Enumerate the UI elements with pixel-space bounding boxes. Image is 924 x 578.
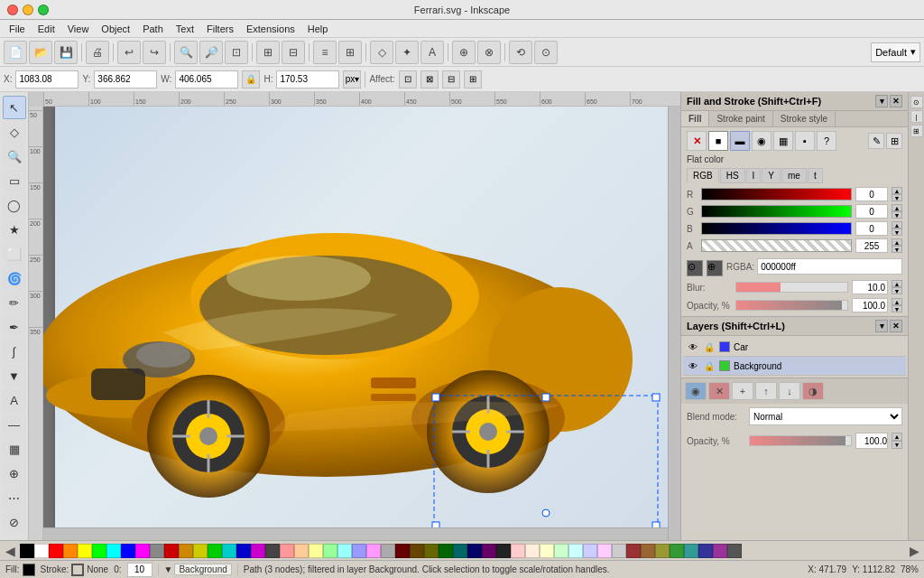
b-slider[interactable] — [701, 222, 852, 235]
undo-button[interactable]: ↩ — [117, 41, 141, 64]
edit-gradient-button[interactable]: ✎ — [868, 133, 884, 149]
palette-color-27[interactable] — [410, 544, 424, 558]
tweak-button[interactable]: ✦ — [395, 41, 419, 64]
palette-color-33[interactable] — [496, 544, 511, 558]
flat-color-button[interactable]: ■ — [708, 131, 728, 151]
layer-color-button[interactable]: ◉ — [685, 382, 707, 400]
eyedropper-button[interactable]: ⊕ — [707, 260, 723, 276]
snap-button[interactable]: ⊙ — [534, 41, 558, 64]
open-button[interactable]: 📂 — [29, 41, 52, 64]
palette-color-29[interactable] — [439, 544, 453, 558]
palette-color-1[interactable] — [34, 544, 49, 558]
opacity-input[interactable] — [852, 298, 888, 312]
r-down[interactable]: ▼ — [892, 194, 902, 201]
opacity-up[interactable]: ▲ — [892, 298, 902, 305]
palette-color-42[interactable] — [626, 544, 641, 558]
line-width-input[interactable] — [127, 563, 152, 577]
layer-opacity-input[interactable] — [855, 433, 888, 449]
node-tool[interactable]: ◇ — [3, 120, 26, 144]
palette-color-21[interactable] — [323, 544, 337, 558]
node-button[interactable]: ◇ — [370, 41, 393, 64]
palette-color-8[interactable] — [135, 544, 150, 558]
menu-object[interactable]: Object — [96, 22, 135, 36]
horizontal-scrollbar[interactable] — [43, 527, 668, 540]
blend-select[interactable]: Normal Multiply Screen Overlay — [749, 407, 902, 425]
tab-fill[interactable]: Fill — [681, 111, 709, 126]
hs-tab[interactable]: HS — [720, 168, 745, 183]
palette-color-30[interactable] — [453, 544, 467, 558]
palette-color-10[interactable] — [164, 544, 179, 558]
w-input[interactable] — [175, 70, 238, 89]
r-input[interactable] — [855, 187, 888, 201]
redo-button[interactable]: ↪ — [143, 41, 166, 64]
spray-tool[interactable]: ⋯ — [3, 486, 26, 509]
layer-lock-bg[interactable]: 🔒 — [703, 359, 716, 372]
rgba-input[interactable] — [757, 258, 902, 275]
me-tab[interactable]: me — [781, 168, 807, 183]
stroke-swatch[interactable] — [71, 564, 84, 576]
zoom-out-button[interactable]: 🔎 — [199, 41, 223, 64]
a-slider[interactable] — [701, 239, 852, 252]
layer-up-button[interactable]: ↑ — [755, 382, 777, 400]
palette-color-18[interactable] — [280, 544, 294, 558]
r-up[interactable]: ▲ — [892, 187, 902, 194]
rect-tool[interactable]: ▭ — [3, 169, 26, 192]
x-input[interactable] — [15, 70, 79, 89]
panel-close-icon[interactable]: ✕ — [890, 95, 902, 107]
palette-color-17[interactable] — [265, 544, 280, 558]
affect-btn4[interactable]: ⊞ — [464, 70, 482, 89]
palette-color-38[interactable] — [568, 544, 583, 558]
layer-add-button[interactable]: + — [732, 382, 753, 400]
units-button[interactable]: px▾ — [343, 70, 361, 89]
color-wheel-button[interactable]: ⊙ — [687, 260, 703, 276]
transform-button[interactable]: ⟲ — [509, 41, 532, 64]
zoom-tool[interactable]: 🔍 — [3, 144, 26, 168]
palette-color-31[interactable] — [467, 544, 482, 558]
group-button[interactable]: ⊞ — [256, 41, 280, 64]
vertical-scrollbar[interactable] — [668, 107, 680, 540]
palette-color-23[interactable] — [352, 544, 366, 558]
linear-gradient-button[interactable]: ▬ — [730, 131, 750, 151]
palette-color-12[interactable] — [193, 544, 208, 558]
snap-strip-btn[interactable]: ⊙ — [910, 96, 923, 108]
palette-color-24[interactable] — [366, 544, 381, 558]
palette-color-47[interactable] — [698, 544, 713, 558]
palette-color-32[interactable] — [482, 544, 496, 558]
no-paint-button[interactable]: ✕ — [687, 131, 707, 151]
align-button[interactable]: ≡ — [313, 41, 337, 64]
b-down[interactable]: ▼ — [892, 228, 902, 236]
distribute-button[interactable]: ⊞ — [338, 41, 362, 64]
text-tool-button[interactable]: A — [420, 41, 444, 64]
y-tab[interactable]: Y — [762, 168, 781, 183]
layer-lock-car[interactable]: 🔒 — [703, 340, 716, 353]
layer-opacity-up[interactable]: ▲ — [892, 433, 902, 441]
layer-delete-button[interactable]: ✕ — [708, 382, 730, 400]
gradient-tool[interactable]: ▦ — [3, 437, 26, 461]
a-down[interactable]: ▼ — [892, 246, 902, 253]
palette-color-2[interactable] — [49, 544, 63, 558]
palette-color-36[interactable] — [540, 544, 554, 558]
palette-color-19[interactable] — [294, 544, 309, 558]
print-button[interactable]: 🖨 — [86, 41, 109, 64]
maximize-button[interactable] — [38, 5, 49, 15]
pencil-tool[interactable]: ✏ — [3, 291, 26, 314]
palette-color-4[interactable] — [78, 544, 92, 558]
palette-color-46[interactable] — [684, 544, 698, 558]
palette-color-26[interactable] — [395, 544, 410, 558]
palette-color-28[interactable] — [424, 544, 439, 558]
i-tab[interactable]: I — [746, 168, 762, 183]
layer-down-button[interactable]: ↓ — [779, 382, 800, 400]
h-input[interactable] — [276, 70, 339, 89]
menu-path[interactable]: Path — [137, 22, 169, 36]
minimize-button[interactable] — [23, 5, 33, 15]
rgb-tab[interactable]: RGB — [687, 168, 719, 183]
palette-color-45[interactable] — [670, 544, 684, 558]
grid-strip-btn[interactable]: ⊞ — [910, 125, 923, 137]
palette-color-35[interactable] — [525, 544, 540, 558]
ellipse-tool[interactable]: ◯ — [3, 193, 26, 217]
layer-eye-car[interactable]: 👁 — [687, 340, 699, 353]
palette-color-3[interactable] — [63, 544, 78, 558]
blur-down[interactable]: ▼ — [892, 287, 902, 294]
palette-color-49[interactable] — [727, 544, 742, 558]
g-down[interactable]: ▼ — [892, 211, 902, 219]
